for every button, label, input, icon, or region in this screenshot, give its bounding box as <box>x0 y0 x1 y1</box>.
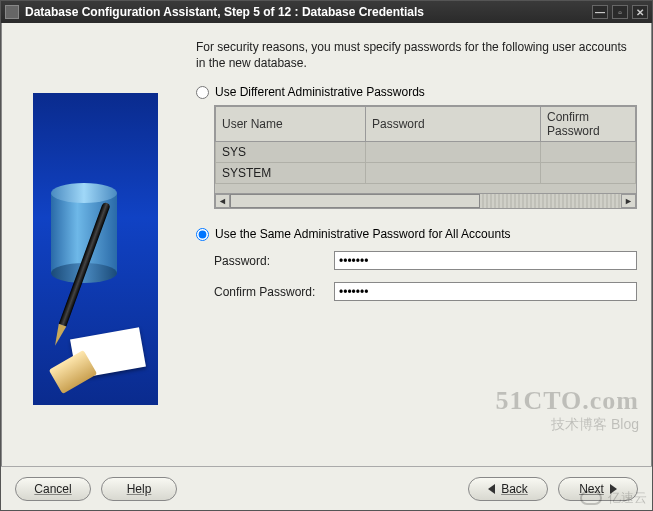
credentials-table: User Name Password Confirm Password SYS <box>215 106 636 184</box>
col-user: User Name <box>216 107 366 142</box>
intro-text: For security reasons, you must specify p… <box>196 39 637 71</box>
window-controls: — ▫ ✕ <box>592 5 648 19</box>
cell-user: SYS <box>216 142 366 163</box>
radio-different-label: Use Different Administrative Passwords <box>215 85 425 99</box>
same-password-form: Password: Confirm Password: <box>214 251 637 301</box>
wizard-footer: Cancel Help Back Next 亿速云 <box>1 466 652 510</box>
radio-different[interactable] <box>196 86 209 99</box>
horizontal-scrollbar[interactable]: ◄ ► <box>215 193 636 208</box>
scroll-thumb[interactable] <box>230 194 480 208</box>
confirm-password-input[interactable] <box>334 282 637 301</box>
option-different-passwords[interactable]: Use Different Administrative Passwords <box>196 85 637 99</box>
close-button[interactable]: ✕ <box>632 5 648 19</box>
password-label: Password: <box>214 254 334 268</box>
wizard-banner-panel <box>2 23 188 466</box>
cell-confirm[interactable] <box>541 163 636 184</box>
radio-same-label: Use the Same Administrative Password for… <box>215 227 510 241</box>
password-row: Password: <box>214 251 637 270</box>
window-frame: Database Configuration Assistant, Step 5… <box>0 0 653 511</box>
chevron-left-icon <box>488 484 495 494</box>
col-password: Password <box>366 107 541 142</box>
app-icon <box>5 5 19 19</box>
scroll-right-arrow-icon[interactable]: ► <box>621 194 636 208</box>
scroll-track[interactable] <box>230 194 621 208</box>
form-panel: For security reasons, you must specify p… <box>188 23 651 466</box>
content-area: For security reasons, you must specify p… <box>1 23 652 466</box>
wizard-banner-image <box>33 93 158 405</box>
cell-password[interactable] <box>366 142 541 163</box>
scroll-left-arrow-icon[interactable]: ◄ <box>215 194 230 208</box>
chevron-right-icon <box>610 484 617 494</box>
cell-confirm[interactable] <box>541 142 636 163</box>
table-row[interactable]: SYS <box>216 142 636 163</box>
cancel-button[interactable]: Cancel <box>15 477 91 501</box>
table-header-row: User Name Password Confirm Password <box>216 107 636 142</box>
help-button[interactable]: Help <box>101 477 177 501</box>
titlebar: Database Configuration Assistant, Step 5… <box>1 1 652 23</box>
radio-same[interactable] <box>196 228 209 241</box>
confirm-password-label: Confirm Password: <box>214 285 334 299</box>
option-same-password[interactable]: Use the Same Administrative Password for… <box>196 227 637 241</box>
cell-password[interactable] <box>366 163 541 184</box>
credentials-table-wrap: User Name Password Confirm Password SYS <box>214 105 637 209</box>
back-button[interactable]: Back <box>468 477 548 501</box>
window-title: Database Configuration Assistant, Step 5… <box>25 5 592 19</box>
col-confirm: Confirm Password <box>541 107 636 142</box>
minimize-button[interactable]: — <box>592 5 608 19</box>
password-input[interactable] <box>334 251 637 270</box>
table-row[interactable]: SYSTEM <box>216 163 636 184</box>
next-button[interactable]: Next <box>558 477 638 501</box>
cell-user: SYSTEM <box>216 163 366 184</box>
maximize-button[interactable]: ▫ <box>612 5 628 19</box>
confirm-password-row: Confirm Password: <box>214 282 637 301</box>
